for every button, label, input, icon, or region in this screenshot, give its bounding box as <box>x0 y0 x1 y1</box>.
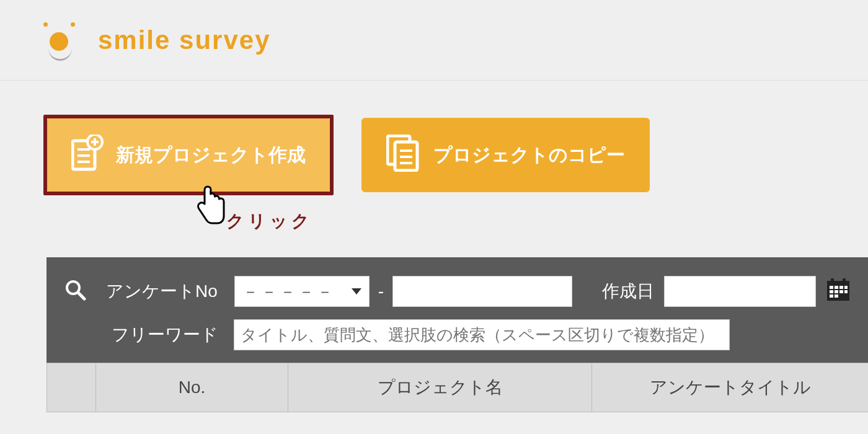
questionnaire-no-label: アンケートNo <box>106 280 218 303</box>
svg-rect-25 <box>831 278 834 283</box>
svg-rect-20 <box>835 290 838 293</box>
document-copy-icon <box>386 135 421 176</box>
svg-rect-21 <box>839 290 843 293</box>
svg-rect-16 <box>835 286 838 289</box>
svg-rect-15 <box>830 286 833 289</box>
svg-rect-19 <box>830 290 833 293</box>
document-plus-icon <box>71 135 104 176</box>
svg-rect-17 <box>839 286 843 289</box>
search-filter-panel: アンケートNo －－－－－ - 作成日 <box>46 257 868 363</box>
svg-rect-18 <box>844 286 848 289</box>
svg-rect-23 <box>830 294 833 298</box>
questionnaire-no-select-value: －－－－－ <box>242 281 335 303</box>
copy-project-button-label: プロジェクトのコピー <box>433 143 625 168</box>
freeword-input[interactable] <box>234 319 730 350</box>
new-project-button-label: 新規プロジェクト作成 <box>116 143 306 168</box>
table-header-blank <box>46 363 96 412</box>
questionnaire-no-select[interactable]: －－－－－ <box>234 276 369 307</box>
svg-rect-26 <box>843 278 846 283</box>
table-header-no: No. <box>96 363 288 412</box>
copy-project-button-wrap: プロジェクトのコピー <box>361 118 650 192</box>
new-project-button-wrap: 新規プロジェクト作成 クリック <box>46 118 330 192</box>
instruction-click-label: クリック <box>226 210 313 233</box>
copy-project-button[interactable]: プロジェクトのコピー <box>361 118 650 192</box>
created-date-input[interactable] <box>664 276 816 307</box>
freeword-label: フリーワード <box>112 323 218 347</box>
table-header-questionnaire-title: アンケートタイトル <box>592 363 868 412</box>
app-header: smile survey <box>0 0 868 81</box>
brand-name: smile survey <box>98 25 271 55</box>
brand-logo: smile survey <box>43 19 271 62</box>
new-project-button[interactable]: 新規プロジェクト作成 <box>46 118 330 192</box>
range-dash: - <box>376 281 386 301</box>
svg-rect-22 <box>844 290 848 293</box>
action-buttons-row: 新規プロジェクト作成 クリック <box>46 118 868 192</box>
created-date-label: 作成日 <box>602 280 654 303</box>
smile-logo-icon <box>43 19 87 62</box>
table-header-row: No. プロジェクト名 アンケートタイトル <box>46 363 868 412</box>
svg-line-13 <box>78 293 84 299</box>
main-area: 新規プロジェクト作成 クリック <box>0 81 868 412</box>
calendar-icon[interactable] <box>826 277 851 306</box>
questionnaire-no-input[interactable] <box>392 276 572 307</box>
chevron-down-icon <box>352 288 361 294</box>
svg-rect-24 <box>835 294 838 298</box>
search-icon <box>64 278 86 305</box>
table-header-project-name: プロジェクト名 <box>288 363 592 412</box>
